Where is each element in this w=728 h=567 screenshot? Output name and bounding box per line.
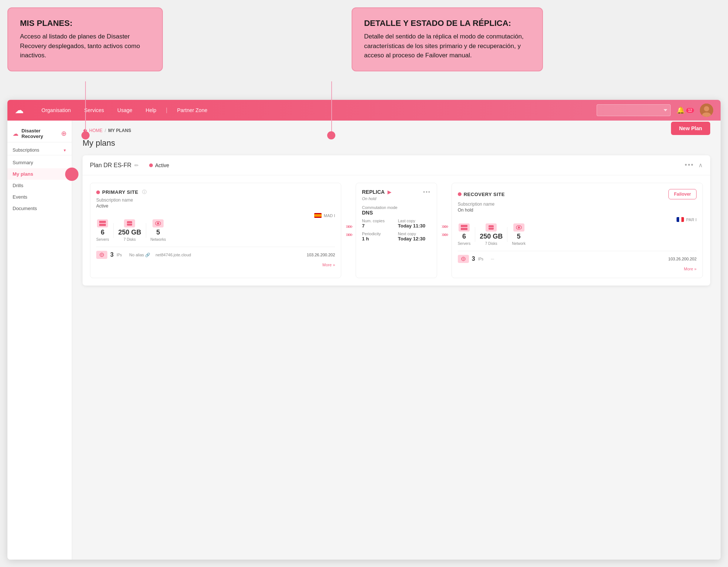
recovery-disks-label: 7 Disks xyxy=(485,242,497,246)
search-dropdown-icon xyxy=(664,109,667,111)
user-avatar[interactable] xyxy=(700,104,713,117)
recovery-ips: 3 IPs ··· 103.26.200.202 xyxy=(458,251,697,263)
plan-edit-icon[interactable]: ✏ xyxy=(134,162,139,168)
sidebar-item-drills[interactable]: Drills xyxy=(7,180,72,191)
status-dot xyxy=(149,163,153,167)
right-arrows: »»» »»» xyxy=(442,223,447,238)
tooltip-right: DETALLE Y ESTADO DE LA RÉPLICA: Detalle … xyxy=(352,7,543,71)
sidebar-summary-label: Summary xyxy=(13,160,33,165)
primary-site-info-icon[interactable]: ⓘ xyxy=(142,189,147,195)
primary-ip-alias: No alias 🔗 xyxy=(129,253,150,257)
nav-links: Organisation Services Usage Help | Partn… xyxy=(35,100,597,121)
page-title: My plans xyxy=(83,138,710,148)
periodicity-label: Periodicity xyxy=(362,232,395,236)
primary-flag-label: MAD I xyxy=(324,213,335,218)
recovery-stats: 6 Servers 250 GB 7 Disks xyxy=(458,223,697,246)
sidebar-section-title: Disaster Recovery xyxy=(21,128,58,139)
sidebar-subscriptions[interactable]: Subscriptions ▼ xyxy=(7,145,72,155)
left-arrow-row1: »»» xyxy=(346,223,351,230)
replica-periodicity: Periodicity 1 h xyxy=(362,232,395,242)
recovery-more-link[interactable]: More » xyxy=(684,267,697,271)
commutation-label: Commutation mode xyxy=(362,205,431,210)
primary-site-card: PRIMARY SITE ⓘ Subscription name Active … xyxy=(90,183,341,278)
nav-right: 🔔 12 xyxy=(597,104,713,117)
primary-more-link[interactable]: More » xyxy=(322,263,335,267)
num-copies-value: 7 xyxy=(362,223,395,229)
main-content: HOME / MY PLANS New Plan My plans Plan D… xyxy=(72,121,721,560)
notification-count: 12 xyxy=(686,108,694,113)
notification-bell[interactable]: 🔔 12 xyxy=(677,106,694,114)
new-plan-button[interactable]: New Plan xyxy=(671,122,710,135)
search-box[interactable] xyxy=(597,104,671,116)
recovery-ip-count: 3 xyxy=(472,256,475,262)
plan-actions: ••• ∧ xyxy=(685,161,703,169)
recovery-networks-count: 5 xyxy=(517,233,521,240)
svg-rect-4 xyxy=(99,224,106,226)
sidebar-documents-label: Documents xyxy=(13,206,37,211)
primary-servers-label: Servers xyxy=(96,237,109,242)
replica-num-copies: Num. copies 7 xyxy=(362,219,395,229)
next-copy-label: Next copy xyxy=(398,232,431,236)
recovery-stat-sep-1 xyxy=(475,227,475,242)
right-arrow-row2: »»» xyxy=(442,231,447,238)
nav-organisation[interactable]: Organisation xyxy=(35,100,77,121)
primary-networks-stat: 5 Networks xyxy=(151,219,166,242)
periodicity-value: 1 h xyxy=(362,236,395,242)
tooltip-container: MIS PLANES: Acceso al listado de planes … xyxy=(7,7,721,71)
nav-usage[interactable]: Usage xyxy=(111,100,139,121)
sidebar-events-label: Events xyxy=(13,194,27,200)
replica-status: On hold xyxy=(362,196,431,201)
replica-commutation: Commutation mode DNS xyxy=(362,205,431,216)
svg-point-13 xyxy=(518,226,520,229)
recovery-stat-sep-2 xyxy=(507,227,507,242)
sidebar: ☁ Disaster Recovery ⊕ Subscriptions ▼ Su… xyxy=(7,121,72,560)
recovery-servers-count: 6 xyxy=(462,233,466,240)
sidebar-item-documents[interactable]: Documents xyxy=(7,203,72,214)
primary-networks-label: Networks xyxy=(151,237,166,242)
sidebar-item-summary[interactable]: Summary xyxy=(7,157,72,168)
replica-last-copy: Last copy Today 11:30 xyxy=(398,219,431,229)
primary-servers-stat: 6 Servers xyxy=(96,219,109,242)
nav-help[interactable]: Help xyxy=(139,100,163,121)
primary-site-dot xyxy=(96,190,100,194)
nav-services[interactable]: Services xyxy=(77,100,111,121)
left-arrow-row2: »»» xyxy=(346,231,351,238)
primary-networks-count: 5 xyxy=(156,229,160,236)
primary-flag: MAD I xyxy=(96,213,335,218)
svg-rect-3 xyxy=(99,221,106,223)
replica-play-icon[interactable]: ▶ xyxy=(388,189,392,195)
plan-collapse-button[interactable]: ∧ xyxy=(698,162,703,169)
tooltip-right-text: Detalle del sentido de la réplica el mod… xyxy=(364,32,531,60)
failover-button[interactable]: Failover xyxy=(668,189,697,199)
tooltip-right-title: DETALLE Y ESTADO DE LA RÉPLICA: xyxy=(364,18,531,28)
plan-card: Plan DR ES-FR ✏ Active ••• ∧ xyxy=(83,155,710,286)
plan-more-button[interactable]: ••• xyxy=(685,161,694,169)
next-copy-value: Today 12:30 xyxy=(398,236,431,242)
es-flag-icon xyxy=(314,213,322,218)
sidebar-add-button[interactable]: ⊕ xyxy=(61,129,67,138)
app-wrapper: ☁ Organisation Services Usage Help | Par… xyxy=(7,100,721,560)
primary-disks-count: 250 GB xyxy=(118,229,141,236)
left-arrow-connector: »»» »»» xyxy=(341,183,356,278)
sidebar-my-plans-label: My plans xyxy=(13,171,33,177)
recovery-ips-icon xyxy=(458,255,469,263)
num-copies-label: Num. copies xyxy=(362,219,395,223)
ips-icon xyxy=(96,251,107,259)
sidebar-drills-label: Drills xyxy=(13,183,23,188)
nav-partner-zone[interactable]: Partner Zone xyxy=(171,100,214,121)
last-copy-label: Last copy xyxy=(398,219,431,223)
plan-header: Plan DR ES-FR ✏ Active ••• ∧ xyxy=(83,155,710,175)
svg-rect-10 xyxy=(461,228,467,230)
recovery-flag: PAR I xyxy=(458,217,697,222)
stat-sep-2 xyxy=(146,223,146,238)
recovery-networks-icon xyxy=(513,223,524,232)
right-arrow-row1: »»» xyxy=(442,223,447,230)
breadcrumb: HOME / MY PLANS xyxy=(83,128,710,133)
sidebar-header: ☁ Disaster Recovery ⊕ xyxy=(7,125,72,142)
primary-ips: 3 IPs No alias 🔗 net84746.jote.cloud 103… xyxy=(96,247,335,259)
primary-disks-stat: 250 GB 7 Disks xyxy=(118,219,141,242)
sidebar-item-events[interactable]: Events xyxy=(7,191,72,203)
sidebar-item-my-plans[interactable]: My plans xyxy=(7,168,72,180)
replica-more-button[interactable]: ••• xyxy=(423,189,431,195)
recovery-disks-stat: 250 GB 7 Disks xyxy=(480,223,503,246)
